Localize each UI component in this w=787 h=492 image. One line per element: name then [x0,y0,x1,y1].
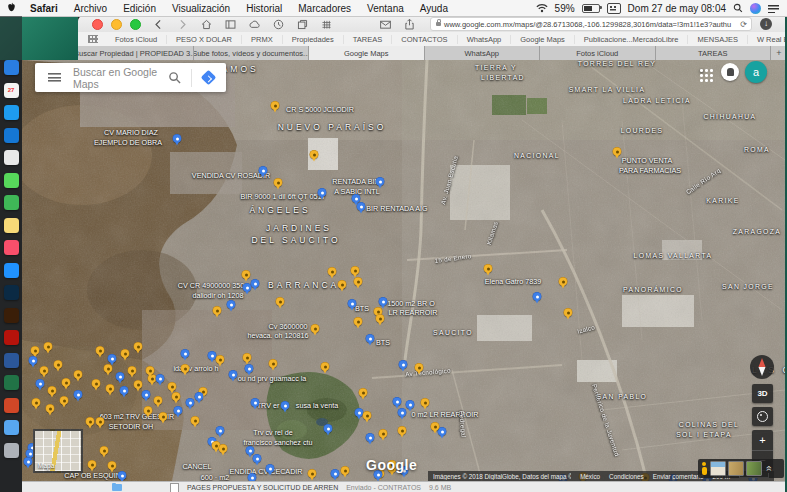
dock-icon-mail[interactable] [4,105,19,120]
map-pin[interactable] [357,202,365,210]
map-pin[interactable] [104,364,112,372]
map-pin[interactable] [181,349,189,357]
notifications-icon[interactable] [721,63,739,81]
map-pin[interactable] [415,363,423,371]
map-pin[interactable] [219,444,227,452]
map-pin[interactable] [74,370,82,378]
map-pin[interactable] [216,426,224,434]
map-pin[interactable] [31,346,39,354]
imagery-thumbnail[interactable] [728,461,744,476]
menu-item[interactable]: Archivo [66,3,115,14]
map-pin[interactable] [116,372,124,380]
map-pin[interactable] [376,314,384,322]
map-pin[interactable] [54,360,62,368]
map-pin[interactable] [216,355,224,363]
menu-icon[interactable] [48,73,61,82]
tab-google-maps[interactable]: Google Maps [309,46,425,60]
tab-overview-button[interactable] [296,18,309,31]
map-pin[interactable] [144,406,152,414]
map-pin[interactable] [354,277,362,285]
back-button[interactable] [152,18,165,31]
reload-icon[interactable]: ⟳ [740,20,747,29]
map-pin[interactable] [352,194,360,202]
bookmark-item[interactable]: WhatsApp [458,35,512,44]
map-pin[interactable] [355,408,363,416]
map-pin[interactable] [48,386,56,394]
map-pin[interactable] [24,457,32,465]
compass-control[interactable] [750,355,774,379]
map-pin[interactable] [398,408,406,416]
map-pin[interactable] [142,390,150,398]
map-pin[interactable] [376,177,384,185]
window-minimize-button[interactable] [111,19,122,30]
window-zoom-button[interactable] [130,19,141,30]
map-pin[interactable] [328,267,336,275]
map-pin[interactable] [271,101,279,109]
terms-link[interactable]: Condiciones [609,473,644,480]
map-pin[interactable] [134,380,142,388]
dock-icon-safari[interactable] [4,128,19,143]
map-pin[interactable] [251,398,259,406]
account-avatar[interactable]: a [745,61,767,83]
map-pin[interactable] [379,297,387,305]
dock-icon-word[interactable] [4,353,19,368]
map-pin[interactable] [533,292,541,300]
dock-icon-photoshop[interactable] [4,285,19,300]
map-pin[interactable] [74,390,82,398]
pegman-icon[interactable] [701,462,707,475]
spotlight-icon[interactable] [733,3,743,13]
map-pin[interactable] [60,396,68,404]
map-pin[interactable] [88,460,96,468]
apple-logo-icon[interactable] [0,2,22,15]
favorites-grid-icon[interactable] [88,35,98,43]
map-pin[interactable] [159,412,167,420]
map-pin[interactable] [559,277,567,285]
tab-whatsapp[interactable]: WhatsApp [425,46,541,60]
map-pin[interactable] [311,324,319,332]
map-pin[interactable] [191,416,199,424]
menu-item[interactable]: Marcadores [290,3,359,14]
bookmark-item[interactable]: PRMX [242,35,283,44]
map-pin[interactable] [46,404,54,412]
map-pin[interactable] [331,469,339,477]
map-pin[interactable] [32,398,40,406]
map-pin[interactable] [269,359,277,367]
menu-item[interactable]: Historial [238,3,290,14]
map-pin[interactable] [118,471,126,479]
menu-item[interactable]: Edición [115,3,164,14]
map-pin[interactable] [121,349,129,357]
imagery-thumbnail[interactable] [710,461,726,476]
map-pin[interactable] [438,427,446,435]
bookmark-item[interactable]: PESO X DOLAR [167,35,242,44]
folder-icon[interactable] [112,484,122,491]
map-pin[interactable] [363,411,371,419]
home-button[interactable] [200,18,213,31]
dock-icon-app-store[interactable] [4,263,19,278]
sidebar-button[interactable] [224,18,237,31]
map-pin[interactable] [186,398,194,406]
map-pin[interactable] [399,360,407,368]
bookmark-item[interactable]: TAREAS [344,35,392,44]
tab-fotos-icloud[interactable]: Fotos iCloud [540,46,656,60]
bookmark-item[interactable]: W Real Estate [748,35,787,44]
map-pin[interactable] [86,417,94,425]
icloud-tabs-button[interactable] [248,18,261,31]
dock-icon-powerpoint[interactable] [4,398,19,413]
siri-icon[interactable] [750,3,761,14]
map-pin[interactable] [168,382,176,390]
map-pin[interactable] [156,374,164,382]
map-pin[interactable] [274,178,282,186]
dock-icon-notes[interactable] [4,218,19,233]
dock-icon-messages[interactable] [4,173,19,188]
bookmark-item[interactable]: MENSAJES [688,35,747,44]
map-pin[interactable] [281,401,289,409]
map-pin[interactable] [484,264,492,272]
bookmark-item[interactable]: Fotos iCloud [106,35,167,44]
search-icon[interactable] [168,71,181,84]
dock-icon-excel[interactable] [4,375,19,390]
map-pin[interactable] [246,446,254,454]
map-pin[interactable] [146,366,154,374]
map-pin[interactable] [108,461,116,469]
map-pin[interactable] [348,299,356,307]
search-input[interactable]: Buscar en Google Maps [73,66,168,90]
